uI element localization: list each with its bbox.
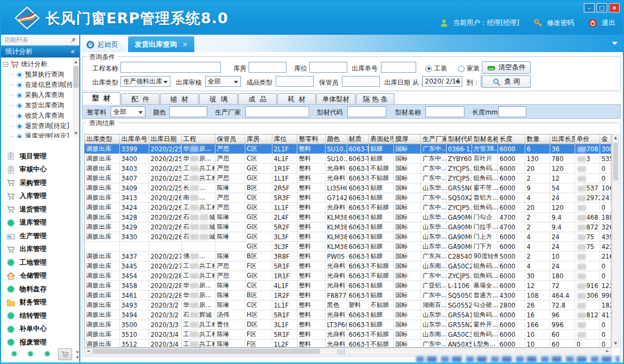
table-row[interactable]: 调拨出库34032020/2/25工共工程严思G区1R1F整料光身料6063-T… (85, 164, 612, 174)
dot-icon[interactable] (44, 350, 50, 358)
warehouse-input[interactable] (249, 62, 286, 73)
material-tab[interactable]: 型 材 (82, 92, 120, 105)
column-header[interactable]: 型材名称 (472, 135, 498, 144)
tree-item[interactable]: 退库管理[待定] (2, 131, 72, 138)
column-header[interactable]: 表面处理 (368, 135, 393, 144)
sidebar-item-退货管理[interactable]: 退货管理 (1, 203, 79, 216)
tree-item[interactable]: 发货出库查询 (2, 100, 72, 111)
table-row[interactable]: 调拨出库34132020/2/26南...严思C区5R3F整料G71422606… (85, 193, 612, 203)
tree-item[interactable]: 在途信息查询[待 (2, 80, 72, 90)
tree-item[interactable]: 收货入库查询 (2, 111, 72, 121)
table-row[interactable]: 调拨出库34072020/2/25工共工程严思G区1L1F整料光身料6063-T… (85, 174, 612, 183)
table-row[interactable]: 调拨出库34942020/3/2石辉城汤伟H区5R1F整料光身料6063-T5贴… (85, 310, 612, 320)
table-row[interactable]: 调拨出库34302020/2/26石城陈琳G区3L3F整料KLM38176063… (85, 232, 612, 242)
sidebar-item-采购管理[interactable]: 采购管理 (1, 176, 79, 190)
table-row[interactable]: 调拨出库35102020/3/4工共工程陈琳F区5R1F整料光身料6063-T5… (85, 330, 612, 340)
tree-item[interactable]: 预算执行查询 (2, 69, 72, 80)
radio-industrial[interactable]: 工装 (425, 64, 447, 73)
column-header[interactable]: 颜色 (325, 135, 347, 144)
tab-close-icon[interactable]: × (182, 41, 188, 48)
table-row[interactable]: 调拨出库33992020/2/25华原...严思C区2L1F整料SU10...6… (85, 144, 612, 154)
table-row[interactable]: 调拨出库34292020/2/26石城陈琳G区5R2F整料KLM38176063… (85, 222, 612, 232)
minimize-button[interactable]: – (584, 3, 595, 12)
dot-icon[interactable] (11, 350, 17, 358)
cart-toolbar-button[interactable] (58, 348, 73, 360)
project-name-input[interactable] (120, 62, 221, 73)
keeper-input[interactable] (342, 76, 380, 87)
material-tab[interactable]: 成 品 (238, 93, 277, 105)
results-horizontal-scrollbar[interactable]: ◄ |||| ► (84, 348, 612, 355)
pin-icon[interactable] (70, 37, 77, 43)
table-row[interactable]: 调拨出库34452020/2/27工共工程严思F区5R1F整料光身料6063-T… (85, 261, 612, 271)
table-row[interactable]: G区3L3F整料KLM38176063-T5贴膜国标山东华...GA90M09.… (85, 242, 612, 252)
column-header[interactable]: 整零料 (297, 135, 325, 144)
material-tab[interactable]: 辅 材 (160, 93, 199, 105)
sidebar-item-出库管理[interactable]: 出库管理 (1, 243, 79, 257)
clear-conditions-button[interactable]: 清空条件 (482, 61, 531, 74)
sidebar-item-退库管理[interactable]: 退库管理 (1, 216, 79, 230)
length-input[interactable] (498, 106, 526, 117)
tab-home[interactable]: 起始页 (82, 37, 125, 52)
sidebar-section-statistics[interactable]: 统计分析 « (1, 46, 79, 58)
tree-item[interactable]: 退货查询[待定] (2, 121, 72, 131)
column-header[interactable]: 材质 (347, 135, 368, 144)
column-header[interactable]: 出库日期 (149, 135, 181, 144)
column-header[interactable]: 库房 (245, 135, 272, 144)
logout-link[interactable]: 退出 (602, 18, 615, 28)
more-button[interactable]: »▾ (75, 349, 79, 360)
material-tab[interactable]: 配 件 (121, 93, 160, 105)
table-row[interactable]: 调拨出库34612020/2/28华原...陈琳B区1R2F整料F8877FT6… (85, 291, 612, 301)
profile-code-input[interactable] (347, 106, 386, 117)
tree-root-statistics[interactable]: − 统计分析 (2, 59, 72, 69)
column-header[interactable]: 出库单号 (119, 135, 149, 144)
profile-name-input[interactable] (425, 106, 464, 117)
tab-shipment-outbound-query[interactable]: 发货出库查询 × (128, 36, 194, 52)
sidebar-item-补单中心[interactable]: 补单中心 (1, 323, 79, 336)
change-password-link[interactable]: 修改密码 (547, 18, 574, 28)
sidebar-item-财务管理[interactable]: 财务管理 (1, 296, 79, 310)
table-row[interactable]: 调拨出库34282020/2/26石城陈琳G区2L4F整料KLM38176063… (85, 213, 612, 222)
close-button[interactable]: × (609, 3, 620, 12)
tree-vertical-scrollbar[interactable]: ▲ ▼ (73, 59, 79, 137)
table-row[interactable]: 调拨出库35002020/3/3工共工程曹佳D区3L1F整料LT3P606063… (85, 320, 612, 330)
sidebar-item-工地管理[interactable]: 工地管理 (1, 256, 79, 270)
out-audit-select[interactable]: 全部 (205, 76, 241, 87)
column-header[interactable]: 数量 (525, 135, 550, 144)
manufacturer-input[interactable] (245, 106, 309, 117)
table-row[interactable]: 调拨出库34092020/2/25长...陈琳B区2R5F整料LI35HO606… (85, 183, 612, 193)
material-tab[interactable]: 单体型材 (316, 93, 355, 105)
tab-list-dropdown-icon[interactable] (612, 42, 617, 45)
collapse-icon[interactable]: « (71, 46, 75, 58)
sidebar-item-物料盘存[interactable]: 物料盘存 (1, 283, 79, 296)
column-header[interactable]: 长度 (498, 135, 525, 144)
results-vertical-scrollbar[interactable]: ▲▼ (612, 134, 619, 348)
date-from-picker[interactable]: 2020/ 2/16 (422, 76, 462, 87)
column-header[interactable]: 膜厚 (393, 135, 421, 144)
tree-expand-icon[interactable]: − (3, 62, 8, 67)
order-no-input[interactable] (381, 62, 416, 73)
material-tab[interactable]: 隔 热 条 (356, 93, 394, 105)
table-row[interactable]: 调拨出库34542020/2/28工共工程严思G区1R1F整料光身料6063-T… (85, 271, 612, 281)
column-header[interactable]: 生产厂家 (421, 135, 446, 144)
sidebar-item-项目管理[interactable]: 项目管理 (1, 150, 79, 163)
maximize-button[interactable]: □ (596, 3, 607, 12)
column-header[interactable]: 出库类型 (85, 135, 119, 144)
column-header[interactable]: 单价 (575, 135, 600, 144)
dot-icon[interactable] (27, 350, 34, 358)
material-tab[interactable]: 玻 璃 (199, 93, 238, 105)
sidebar-item-生产管理[interactable]: 生产管理 (1, 229, 79, 243)
sidebar-item-入库管理[interactable]: 入库管理 (1, 190, 79, 203)
location-input[interactable] (309, 62, 347, 73)
material-tab[interactable]: 耗 材 (277, 93, 316, 105)
column-header[interactable]: 金 (600, 135, 612, 144)
column-header[interactable]: 型材代码 (446, 135, 472, 144)
table-row[interactable]: 调拨出库34002020/2/25华原...严思C区4L1F整料SU10...6… (85, 154, 612, 164)
table-row[interactable]: 调拨出库35122020/3/4工共工程陈琳F区1L2F整料光身料6063-T5… (85, 340, 612, 348)
sidebar-item-报废管理[interactable]: 报废管理 (1, 336, 79, 348)
search-button[interactable]: 查 询 (482, 75, 531, 88)
table-row[interactable]: 调拨出库34242020/2/26工共工程严思G区1L1F整料光身料6063-T… (85, 203, 612, 213)
color-input[interactable] (169, 106, 207, 117)
sidebar-item-结转管理[interactable]: 结转管理 (1, 309, 79, 323)
whole-part-select[interactable]: 全部 (111, 106, 145, 117)
radio-home[interactable]: 家装 (458, 64, 480, 73)
